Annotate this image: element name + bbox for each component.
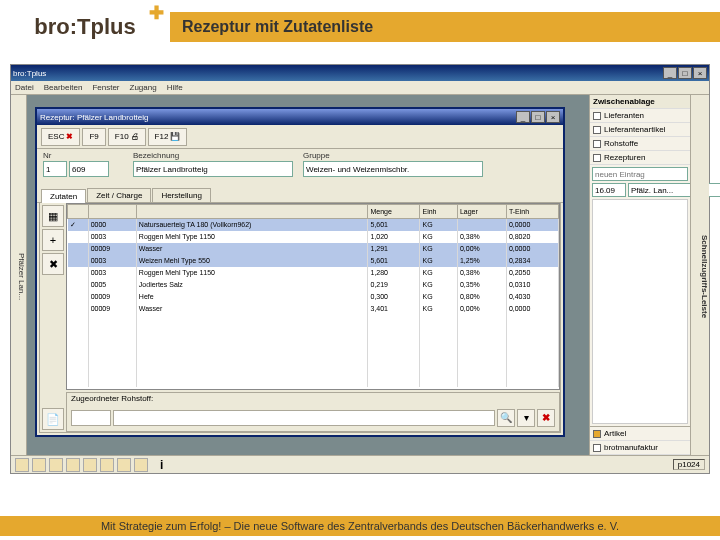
tab-herstellung[interactable]: Herstellung	[152, 188, 210, 202]
nr-input[interactable]	[43, 161, 67, 177]
status-icon[interactable]	[15, 458, 29, 472]
inner-minimize[interactable]: _	[516, 111, 530, 123]
tab-content: ▦ + ✖ 📄 MengeEinhLagerT-Einh✓0000Natursa…	[39, 203, 561, 433]
ingredients-grid[interactable]: MengeEinhLagerT-Einh✓0000Natursauerteig …	[66, 203, 560, 390]
left-rail-tab[interactable]: Pfälzer Lan...	[11, 95, 27, 455]
inner-maximize[interactable]: □	[531, 111, 545, 123]
footer-bar: Mit Strategie zum Erfolg! – Die neue Sof…	[0, 516, 720, 536]
close-button[interactable]: ×	[693, 67, 707, 79]
menu-item[interactable]: Hilfe	[167, 83, 183, 92]
app-body: Pfälzer Lan... Rezeptur: Pfälzer Landbro…	[11, 95, 589, 455]
recipe-titlebar: Rezeptur: Pfälzer Landbrotteig _ □ ×	[37, 109, 563, 125]
side-buttons: ▦ + ✖ 📄	[40, 203, 66, 432]
menubar: Datei Bearbeiten Fenster Zugang Hilfe	[11, 81, 709, 95]
sidebar-item-brotmanufaktur[interactable]: brotmanufaktur	[590, 441, 690, 455]
bottom-label: Zugeordneter Rohstoff:	[67, 393, 559, 404]
maximize-button[interactable]: □	[678, 67, 692, 79]
bp-search-button[interactable]: 🔍	[497, 409, 515, 427]
status-icon[interactable]	[49, 458, 63, 472]
add-button[interactable]: +	[42, 229, 64, 251]
bp-code[interactable]	[71, 410, 111, 426]
recipe-form: Nr Bezeichnung Gruppe	[37, 149, 563, 185]
nr-label: Nr	[43, 151, 123, 160]
tab-zutaten[interactable]: Zutaten	[41, 189, 86, 203]
sidebar-code[interactable]	[592, 183, 626, 197]
code-input[interactable]	[69, 161, 109, 177]
status-icon[interactable]	[100, 458, 114, 472]
sidebar-item-rohstoffe[interactable]: Rohstoffe	[590, 137, 690, 151]
slide-title-bar: Rezeptur mit Zutatenliste	[170, 12, 720, 42]
menu-item[interactable]: Fenster	[92, 83, 119, 92]
bp-dropdown-button[interactable]: ▾	[517, 409, 535, 427]
sidebar-item-lieferantenartikel[interactable]: Lieferantenartikel	[590, 123, 690, 137]
recipe-window: Rezeptur: Pfälzer Landbrotteig _ □ × ESC…	[35, 107, 565, 437]
sidebar-item-rezepturen[interactable]: Rezepturen	[590, 151, 690, 165]
menu-item[interactable]: Zugang	[130, 83, 157, 92]
gruppe-label: Gruppe	[303, 151, 483, 160]
bez-label: Bezeichnung	[133, 151, 293, 160]
status-icon[interactable]	[83, 458, 97, 472]
app-titlebar: bro:Tplus _ □ ×	[11, 65, 709, 81]
bp-clear-button[interactable]: ✖	[537, 409, 555, 427]
esc-button[interactable]: ESC✖	[41, 128, 80, 146]
bp-text[interactable]	[113, 410, 495, 426]
sidebar-list-area	[592, 199, 688, 424]
status-right: p1024	[673, 459, 705, 470]
sidebar-item-lieferanten[interactable]: Lieferanten	[590, 109, 690, 123]
sidebar-item-artikel[interactable]: Artikel	[590, 427, 690, 441]
tab-zeit[interactable]: Zeit / Charge	[87, 188, 151, 202]
remove-button[interactable]: ✖	[42, 253, 64, 275]
clipboard-header: Zwischenablage	[590, 95, 690, 109]
inner-close[interactable]: ×	[546, 111, 560, 123]
menu-item[interactable]: Datei	[15, 83, 34, 92]
slide-title: Rezeptur mit Zutatenliste	[182, 18, 373, 36]
status-icon[interactable]	[117, 458, 131, 472]
f9-button[interactable]: F9	[82, 128, 105, 146]
tabs: Zutaten Zeit / Charge Herstellung	[37, 185, 563, 203]
f10-button[interactable]: F10🖨	[108, 128, 146, 146]
recipe-toolbar: ESC✖ F9 F10🖨 F12💾	[37, 125, 563, 149]
sidebar-search[interactable]	[592, 167, 688, 181]
statusbar: i p1024	[11, 455, 709, 473]
info-icon[interactable]: i	[160, 458, 163, 472]
view-button[interactable]: ▦	[42, 205, 64, 227]
right-rail-label: Schnellzugriffs-Leiste	[690, 95, 709, 455]
menu-item[interactable]: Bearbeiten	[44, 83, 83, 92]
footer-text: Mit Strategie zum Erfolg! – Die neue Sof…	[101, 520, 619, 532]
minimize-button[interactable]: _	[663, 67, 677, 79]
status-icon[interactable]	[32, 458, 46, 472]
gruppe-input[interactable]	[303, 161, 483, 177]
status-icon[interactable]	[134, 458, 148, 472]
brand-logo: bro:Tplus✚	[0, 0, 170, 54]
right-panel: Zwischenablage Lieferanten Lieferantenar…	[589, 95, 709, 455]
bottom-panel: Zugeordneter Rohstoff: 🔍 ▾ ✖	[66, 392, 560, 432]
f12-button[interactable]: F12💾	[148, 128, 188, 146]
doc-button[interactable]: 📄	[42, 408, 64, 430]
bez-input[interactable]	[133, 161, 293, 177]
status-icon[interactable]	[66, 458, 80, 472]
app-window: bro:Tplus _ □ × Datei Bearbeiten Fenster…	[10, 64, 710, 474]
